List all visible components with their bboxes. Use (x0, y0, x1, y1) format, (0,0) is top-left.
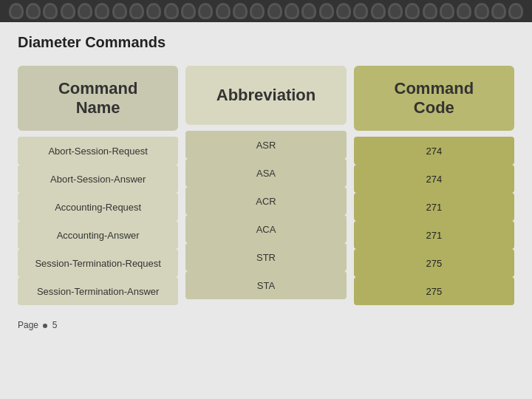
command-code-header: CommandCode (354, 66, 514, 131)
spiral-ring (508, 3, 523, 19)
table-row: 274 (354, 165, 514, 193)
spiral-ring (336, 3, 351, 19)
spiral-ring (61, 3, 75, 19)
spiral-ring (250, 3, 265, 19)
spiral-ring (319, 3, 334, 19)
spiral-ring (371, 3, 386, 19)
spiral-ring (388, 3, 403, 19)
spiral-ring (491, 3, 506, 19)
abbreviation-header: Abbreviation (185, 66, 346, 125)
spiral-ring (26, 3, 41, 19)
spiral-ring (216, 3, 231, 19)
table-row: Abort-Session-Answer (18, 165, 178, 193)
spiral-ring (181, 3, 196, 19)
table-row: 271 (354, 193, 514, 221)
spiral-ring (112, 3, 127, 19)
table-row: ASR (185, 131, 346, 159)
table-row: 271 (354, 221, 514, 249)
table-container: CommandName Abort-Session-RequestAbort-S… (18, 66, 514, 305)
command-name-column: CommandName Abort-Session-RequestAbort-S… (18, 66, 178, 305)
spiral-ring (233, 3, 248, 19)
table-row: ACR (185, 187, 346, 215)
spiral-ring (353, 3, 368, 19)
bullet-icon (43, 324, 47, 328)
spiral-decoration (0, 0, 532, 22)
spiral-ring (146, 3, 161, 19)
spiral-ring (284, 3, 299, 19)
table-row: Abort-Session-Request (18, 137, 178, 165)
spiral-ring (78, 3, 92, 19)
table-row: Session-Termination-Request (18, 249, 178, 277)
spiral-ring (95, 3, 109, 19)
spiral-ring (164, 3, 179, 19)
table-row: ASA (185, 159, 346, 187)
spiral-ring (440, 3, 454, 19)
table-row: 275 (354, 249, 514, 277)
spiral-ring (198, 3, 213, 19)
page-title: Diameter Commands (18, 34, 514, 51)
table-row: 274 (354, 137, 514, 165)
table-row: 275 (354, 277, 514, 305)
table-row: Accounting-Request (18, 193, 178, 221)
spiral-ring (43, 3, 58, 19)
abbr-cells: ASRASAACRACASTRSTA (185, 131, 346, 299)
spiral-ring (267, 3, 282, 19)
table-row: Accounting-Answer (18, 221, 178, 249)
table-row: Session-Termination-Answer (18, 277, 178, 305)
name-cells: Abort-Session-RequestAbort-Session-Answe… (18, 137, 178, 305)
spiral-ring (405, 3, 420, 19)
table-row: ACA (185, 215, 346, 243)
table-row: STR (185, 243, 346, 271)
spiral-ring (423, 3, 437, 19)
command-code-column: CommandCode 274274271271275275 (354, 66, 514, 305)
spiral-ring (457, 3, 471, 19)
spiral-ring (474, 3, 489, 19)
page-footer: Page 5 (18, 320, 514, 330)
code-cells: 274274271271275275 (354, 137, 514, 305)
table-row: STA (185, 271, 346, 299)
spiral-ring (301, 3, 316, 19)
command-name-header: CommandName (18, 66, 178, 131)
spiral-ring (129, 3, 144, 19)
spiral-ring (9, 3, 24, 19)
abbreviation-column: Abbreviation ASRASAACRACASTRSTA (185, 66, 346, 305)
main-content: Diameter Commands CommandName Abort-Sess… (0, 22, 532, 399)
